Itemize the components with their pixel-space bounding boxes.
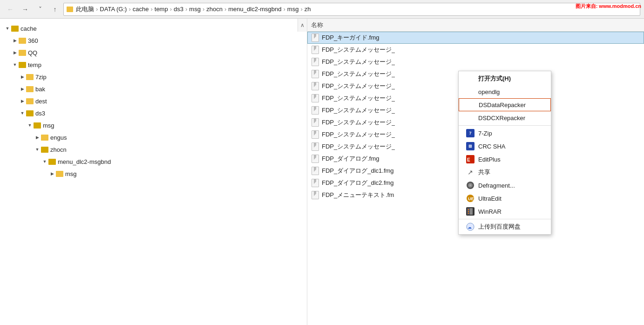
ctx-dsdatarepacker[interactable]: DSDataRepacker	[459, 98, 551, 111]
forward-button[interactable]: →	[19, 3, 32, 16]
expand-icon[interactable]: ▼	[26, 122, 34, 129]
tree-label: menu_dlc2-msgbnd	[58, 158, 111, 165]
breadcrumb-item[interactable]: 此电脑	[76, 5, 94, 14]
expand-icon[interactable]: ▼	[41, 158, 48, 165]
watermark: 图片来自: www.modmod.cn	[576, 3, 641, 10]
tree-item-cache[interactable]: ▼ cache	[0, 22, 307, 34]
expand-icon[interactable]: ▶	[19, 85, 26, 93]
file-icon	[312, 191, 319, 199]
tree-item-engus[interactable]: ▶ engus	[0, 131, 307, 143]
file-icon	[312, 130, 319, 139]
tree-panel: ∧ ▼ cache ▶ 360 ▶ QQ ▼ temp ▶ 7zip	[0, 19, 307, 325]
dsdatarepacker-icon	[467, 101, 475, 109]
ctx-label: 打开方式(H)	[478, 74, 511, 83]
expand-icon[interactable]: ▶	[19, 73, 26, 81]
file-row[interactable]: FDP_システムメッセージ_	[307, 56, 644, 68]
breadcrumb-item[interactable]: msg	[287, 6, 299, 13]
file-name: FDP_システムメッセージ_	[322, 94, 395, 102]
breadcrumb-item[interactable]: msg	[189, 6, 201, 13]
tree-label: bak	[35, 86, 45, 93]
file-icon	[312, 167, 319, 175]
ctx-winrar[interactable]: WinRAR	[459, 205, 551, 218]
file-row[interactable]: FDP_キーガイド.fmg	[307, 32, 644, 44]
file-icon	[312, 106, 319, 115]
tree-item-bak[interactable]: ▶ bak	[0, 83, 307, 95]
ctx-opendlg[interactable]: opendlg	[459, 85, 551, 98]
tree-item-temp[interactable]: ▼ temp	[0, 59, 307, 71]
svg-text:UE: UE	[468, 196, 474, 201]
svg-rect-10	[468, 209, 469, 210]
breadcrumb-item[interactable]: DATA (G:)	[100, 6, 127, 13]
recent-button[interactable]: ˅	[34, 3, 47, 16]
breadcrumb-item[interactable]: zhocn	[206, 6, 223, 13]
tree-label: QQ	[28, 49, 37, 56]
ctx-label: Defragment...	[478, 182, 515, 189]
file-name: FDP_システムメッセージ_	[322, 58, 395, 66]
breadcrumb-item[interactable]: zh	[305, 6, 311, 13]
folder-icon	[19, 50, 26, 56]
opendlg-icon	[466, 88, 475, 96]
ctx-label: EditPlus	[478, 156, 501, 163]
svg-text:☁: ☁	[468, 225, 472, 230]
tree-item-msg2[interactable]: ▶ msg	[0, 168, 307, 180]
svg-rect-11	[468, 211, 469, 212]
tree-item-dest[interactable]: ▶ dest	[0, 95, 307, 107]
ctx-label: WinRAR	[478, 208, 502, 215]
ctx-open-with[interactable]: 打开方式(H)	[459, 72, 551, 85]
expand-icon[interactable]: ▶	[11, 49, 19, 56]
breadcrumb[interactable]: 此电脑 › DATA (G:) › cache › temp › ds3 › m…	[63, 3, 640, 16]
file-icon	[312, 82, 319, 90]
tree-item-menu-dlc2[interactable]: ▼ menu_dlc2-msgbnd	[0, 156, 307, 168]
ctx-ultraedit[interactable]: UE UltraEdit	[459, 192, 551, 205]
breadcrumb-item[interactable]: cache	[133, 6, 149, 13]
tree-item-360[interactable]: ▶ 360	[0, 34, 307, 47]
file-name: FDP_ダイアログ_dlc2.fmg	[322, 179, 394, 187]
expand-icon[interactable]: ▶	[19, 97, 26, 105]
tree-item-qq[interactable]: ▶ QQ	[0, 47, 307, 59]
tree-label: 7zip	[35, 74, 47, 81]
7zip-icon: 7	[466, 129, 475, 137]
ctx-dsdcxrepacker[interactable]: DSDCXRepacker	[459, 111, 551, 124]
expand-icon[interactable]: ▼	[4, 25, 11, 32]
breadcrumb-item[interactable]: ds3	[174, 6, 183, 13]
ctx-defrag[interactable]: Defragment...	[459, 179, 551, 192]
file-name: FDP_システムメッセージ_	[322, 130, 395, 139]
tree-item-ds3[interactable]: ▼ ds3	[0, 107, 307, 119]
ctx-crcsha[interactable]: ⊞ CRC SHA	[459, 140, 551, 153]
scroll-up-arrow[interactable]: ∧	[298, 19, 307, 32]
expand-icon[interactable]: ▶	[34, 134, 41, 141]
file-name: FDP_ダイアログ.fmg	[322, 155, 380, 163]
expand-icon[interactable]: ▼	[11, 61, 19, 68]
folder-icon	[34, 122, 41, 129]
tree-label: zhocn	[50, 146, 67, 153]
back-button[interactable]: ←	[4, 3, 17, 16]
ctx-7zip[interactable]: 7 7-Zip	[459, 127, 551, 140]
ctx-share[interactable]: ↗ 共享	[459, 166, 551, 179]
expand-icon[interactable]: ▼	[19, 109, 26, 117]
file-name: FDP_システムメッセージ_	[322, 46, 395, 54]
svg-text:E: E	[467, 157, 470, 162]
breadcrumb-item[interactable]: menu_dlc2-msgbnd	[228, 6, 281, 13]
file-name: FDP_キーガイド.fmg	[322, 34, 380, 42]
tree-label: engus	[50, 134, 67, 141]
tree-item-zhocn[interactable]: ▼ zhocn	[0, 143, 307, 156]
tree-item-7zip[interactable]: ▶ 7zip	[0, 71, 307, 83]
expand-icon[interactable]: ▶	[48, 170, 56, 177]
tree-item-msg[interactable]: ▼ msg	[0, 119, 307, 131]
file-row[interactable]: FDP_システムメッセージ_	[307, 44, 644, 56]
tree-label: dest	[35, 98, 47, 105]
ctx-baidu[interactable]: ☁ 上传到百度网盘	[459, 220, 551, 233]
expand-icon[interactable]: ▼	[34, 146, 41, 153]
file-icon	[312, 34, 319, 42]
ctx-editplus[interactable]: E EditPlus	[459, 153, 551, 166]
file-name: FDP_システムメッセージ_	[322, 142, 395, 151]
tree-label: 360	[28, 37, 38, 44]
file-name: FDP_システムメッセージ_	[322, 106, 395, 115]
main-container: ∧ ▼ cache ▶ 360 ▶ QQ ▼ temp ▶ 7zip	[0, 19, 644, 325]
ctx-label: UltraEdit	[478, 195, 502, 202]
file-icon	[312, 94, 319, 102]
file-icon	[312, 70, 319, 78]
expand-icon[interactable]: ▶	[11, 37, 19, 44]
breadcrumb-item[interactable]: temp	[155, 6, 168, 13]
up-button[interactable]: ↑	[48, 3, 61, 16]
